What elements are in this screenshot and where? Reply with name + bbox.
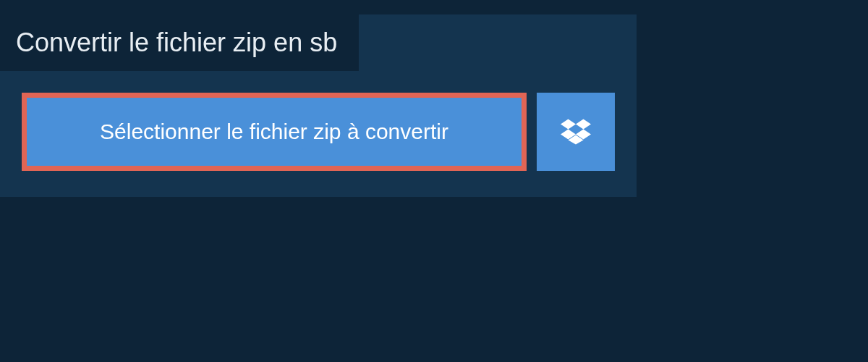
- page-title: Convertir le fichier zip en sb: [0, 14, 359, 71]
- dropbox-button[interactable]: [537, 93, 615, 171]
- button-row: Sélectionner le fichier zip à convertir: [0, 71, 637, 197]
- select-file-label: Sélectionner le fichier zip à convertir: [100, 119, 448, 144]
- converter-panel: Convertir le fichier zip en sb Sélection…: [0, 14, 637, 197]
- dropbox-icon: [561, 117, 591, 147]
- select-file-button[interactable]: Sélectionner le fichier zip à convertir: [22, 93, 527, 171]
